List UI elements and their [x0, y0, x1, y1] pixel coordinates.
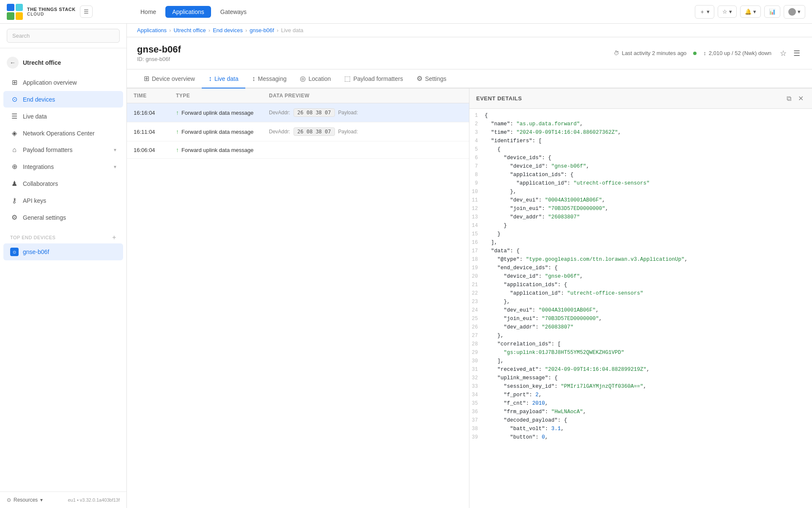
top-end-devices-section: Top end devices +	[0, 229, 126, 243]
sidebar-item-collaborators[interactable]: ♟ Collaborators	[3, 175, 123, 192]
device-tabs: ⊞ Device overview ↕ Live data ↕ Messagin…	[127, 69, 812, 88]
code-line: 6 "device_ids": {	[469, 155, 812, 163]
topbar: THE THINGS STACK CLOUD ☰ Home Applicatio…	[0, 0, 812, 24]
table-row[interactable]: 16:11:04 ↑ Forward uplink data message D…	[127, 122, 469, 141]
main-layout: ← Utrecht office ⊞ Application overview …	[0, 24, 812, 508]
bookmark-device-button[interactable]: ☆	[778, 47, 788, 60]
sidebar-item-live-data[interactable]: ☰ Live data	[3, 108, 123, 124]
tab-settings[interactable]: ⚙ Settings	[410, 69, 453, 88]
code-line: 33 "session_key_id": "PMIri7lGAYMjnzQTf0…	[469, 383, 812, 392]
col-preview: DATA PREVIEW	[269, 93, 462, 99]
user-chevron-icon: ▾	[798, 8, 801, 15]
uplink-arrow-icon: ↑	[176, 146, 179, 153]
tab-payload-formatters[interactable]: ⬚ Payload formatters	[337, 69, 410, 88]
code-line: 1{	[469, 112, 812, 121]
code-line: 35 "f_cnt": 2010,	[469, 400, 812, 409]
row-type-label: Forward uplink data message	[181, 110, 254, 116]
notifications-button[interactable]: 🔔 ▾	[740, 6, 761, 18]
more-options-button[interactable]: ☰	[792, 47, 802, 60]
tab-messaging[interactable]: ↕ Messaging	[245, 70, 294, 88]
topbar-actions: ＋ ▾ ☆ ▾ 🔔 ▾ 📊 ▾	[695, 5, 805, 19]
sidebar-item-label: Live data	[23, 113, 47, 120]
last-activity-text: Last activity 2 minutes ago	[622, 50, 686, 56]
sidebar-item-integrations[interactable]: ⊕ Integrations ▾	[3, 158, 123, 175]
tab-live-data[interactable]: ↕ Live data	[202, 70, 245, 88]
sidebar-item-payload-formatters[interactable]: ⌂ Payload formatters ▾	[3, 142, 123, 158]
chart-icon: 📊	[769, 8, 776, 15]
sidebar-back-label: Utrecht office	[23, 59, 61, 66]
sidebar-item-label: Collaborators	[23, 180, 58, 187]
tab-label: Settings	[425, 75, 447, 82]
bell-icon: 🔔	[745, 8, 752, 15]
noc-icon: ◈	[10, 129, 19, 137]
breadcrumb-utrecht-office[interactable]: Utrecht office	[173, 27, 206, 33]
row-time-1: 16:16:04	[134, 110, 176, 116]
code-line: 25 "join_eui": "70B3D57ED0000000",	[469, 315, 812, 324]
expand-event-button[interactable]: ⧉	[785, 94, 793, 103]
stats-button[interactable]: 📊	[764, 6, 780, 18]
table-rows: 16:16:04 ↑ Forward uplink data message D…	[127, 103, 469, 508]
tab-label: Location	[308, 75, 331, 82]
code-line: 32 "uplink_message": {	[469, 375, 812, 383]
code-line: 29 "gs:uplink:01J7BJ8HT55YM52QWEKZHG1VPD…	[469, 349, 812, 358]
sidebar-item-noc[interactable]: ◈ Network Operations Center	[3, 125, 123, 141]
add-device-button[interactable]: +	[112, 234, 116, 241]
code-line: 34 "f_port": 2,	[469, 392, 812, 400]
data-table-area: TIME TYPE DATA PREVIEW 16:16:04 ↑ Forwar…	[127, 88, 469, 508]
resources-button[interactable]: ⊙ Resources ▾	[7, 497, 43, 503]
sidebar-item-label: End devices	[23, 96, 55, 103]
user-avatar-button[interactable]: ▾	[784, 5, 805, 19]
collaborators-icon: ♟	[10, 179, 19, 188]
code-line: 36 "frm_payload": "HwLNAocA",	[469, 409, 812, 417]
row-preview-1: DevAddr: 26 08 38 07 Payload:	[269, 108, 462, 117]
device-meta: ⏱ Last activity 2 minutes ago ↕ 2,010 up…	[614, 47, 802, 60]
sidebar-item-end-devices[interactable]: ⊙ End devices	[3, 91, 123, 108]
add-button[interactable]: ＋ ▾	[695, 5, 714, 19]
breadcrumb-applications[interactable]: Applications	[137, 27, 167, 33]
bookmark-button[interactable]: ☆ ▾	[718, 6, 737, 18]
sidebar-nav: ← Utrecht office ⊞ Application overview …	[0, 48, 126, 229]
close-event-button[interactable]: ✕	[796, 94, 805, 103]
table-row[interactable]: 16:16:04 ↑ Forward uplink data message D…	[127, 103, 469, 122]
breadcrumb-sep-3: ›	[245, 27, 247, 33]
home-tab[interactable]: Home	[134, 6, 163, 18]
sidebar-toggle-button[interactable]: ☰	[80, 6, 93, 18]
sidebar-item-api-keys[interactable]: ⚷ API keys	[3, 192, 123, 209]
code-line: 13 "dev_addr": "26083807"	[469, 214, 812, 222]
tab-device-overview[interactable]: ⊞ Device overview	[137, 69, 202, 88]
table-row[interactable]: 16:06:04 ↑ Forward uplink data message	[127, 141, 469, 159]
add-chevron-icon: ▾	[707, 8, 710, 15]
breadcrumb-gnse-b06f[interactable]: gnse-b06f	[250, 27, 274, 33]
device-name: gnse-b06f	[137, 44, 181, 55]
payload-icon: ⌂	[10, 146, 19, 154]
uplink-arrow-icon: ↑	[176, 109, 179, 116]
section-label: Top end devices	[10, 235, 55, 240]
sidebar-back-button[interactable]: ← Utrecht office	[0, 52, 126, 74]
event-details-panel: EVENT DETAILS ⧉ ✕ 1{ 2 "name": "as.up.da…	[469, 88, 812, 508]
row-type-2: ↑ Forward uplink data message	[176, 128, 269, 135]
sidebar-item-general-settings[interactable]: ⚙ General settings	[3, 209, 123, 226]
resources-label: Resources	[14, 497, 38, 503]
applications-tab[interactable]: Applications	[165, 6, 211, 18]
search-input[interactable]	[7, 29, 120, 43]
table-header: TIME TYPE DATA PREVIEW	[127, 88, 469, 103]
tab-location[interactable]: ◎ Location	[293, 69, 337, 88]
row-time-2: 16:11:04	[134, 129, 176, 135]
region-label: eu1	[68, 497, 75, 502]
code-line: 28 "correlation_ids": [	[469, 341, 812, 349]
messaging-tab-icon: ↕	[252, 75, 255, 83]
gateways-tab[interactable]: Gateways	[214, 6, 253, 18]
logo-text: THE THINGS STACK CLOUD	[27, 7, 76, 17]
breadcrumb-end-devices[interactable]: End devices	[213, 27, 243, 33]
code-line: 38 "batt_volt": 3.1,	[469, 425, 812, 434]
sidebar-item-application-overview[interactable]: ⊞ Application overview	[3, 74, 123, 91]
logo-title-bot: CLOUD	[27, 12, 76, 17]
topbar-nav: Home Applications Gateways	[134, 6, 695, 18]
sidebar-device-item[interactable]: ⊙ gnse-b06f	[3, 243, 123, 260]
last-activity-item: ⏱ Last activity 2 minutes ago	[614, 50, 686, 56]
devaddr-label: DevAddr:	[269, 129, 290, 135]
traffic-text: 2,010 up / 52 (Nwk) down	[709, 50, 771, 56]
settings-icon: ⚙	[10, 213, 19, 221]
code-line: 31 "received_at": "2024-09-09T14:16:04.8…	[469, 366, 812, 375]
logo-title-top: THE THINGS STACK	[27, 7, 76, 12]
